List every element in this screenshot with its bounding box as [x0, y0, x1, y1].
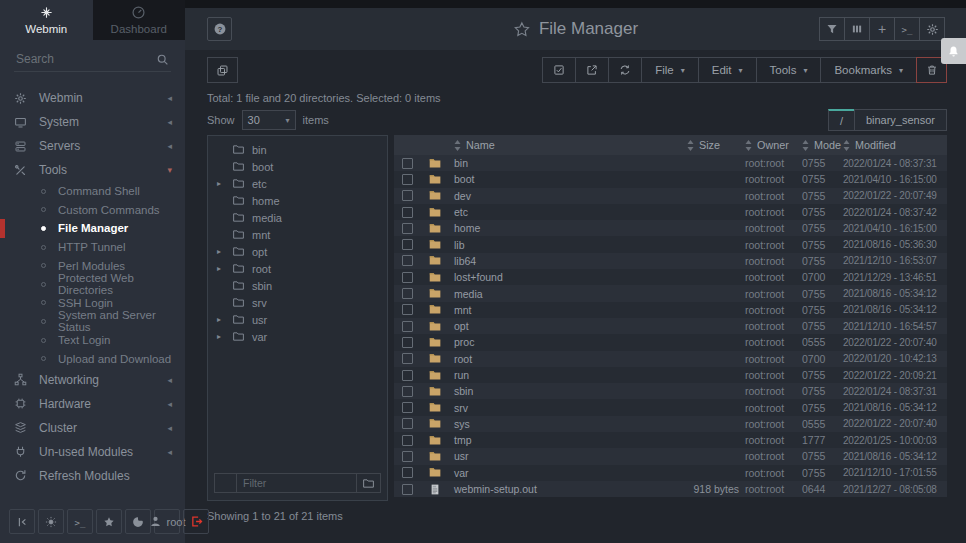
row-checkbox[interactable]	[402, 484, 413, 495]
menu-bookmarks[interactable]: Bookmarks ▾	[820, 57, 917, 83]
row-mnt[interactable]: mnt root:root 0755 2021/08/16 - 05:34:12	[394, 302, 947, 318]
tree-item-mnt[interactable]: ▸ mnt	[208, 226, 387, 243]
tree-item-media[interactable]: ▸ media	[208, 209, 387, 226]
sidebar-item-servers[interactable]: Servers ◂	[0, 134, 185, 158]
tree-item-srv[interactable]: ▸ srv	[208, 294, 387, 311]
tab-dashboard[interactable]: Dashboard	[93, 0, 186, 40]
tree-item-boot[interactable]: ▸ boot	[208, 158, 387, 175]
row-checkbox[interactable]	[402, 418, 413, 429]
menu-file[interactable]: File ▾	[641, 57, 699, 83]
row-lib64[interactable]: lib64 root:root 0755 2021/12/10 - 16:53:…	[394, 253, 947, 269]
row-checkbox[interactable]	[402, 451, 413, 462]
breadcrumb-root[interactable]: /	[828, 109, 855, 131]
row-tmp[interactable]: tmp root:root 1777 2022/01/25 - 10:00:03	[394, 432, 947, 448]
sidebar-item-cluster[interactable]: Cluster ◂	[0, 416, 185, 440]
row-etc[interactable]: etc root:root 0755 2022/01/24 - 08:37:42	[394, 204, 947, 220]
footer-button-terminal[interactable]: >_	[67, 509, 93, 534]
filter-input[interactable]	[237, 474, 356, 492]
row-checkbox[interactable]	[402, 207, 413, 218]
row-checkbox[interactable]	[402, 467, 413, 478]
row-dev[interactable]: dev root:root 0755 2022/01/22 - 20:07:49	[394, 188, 947, 204]
tree-item-usr[interactable]: ▸ usr	[208, 311, 387, 328]
footer-button-palette[interactable]	[125, 509, 151, 534]
row-checkbox[interactable]	[402, 321, 413, 332]
sidebar-item-file-manager[interactable]: File Manager	[0, 219, 185, 238]
sidebar-item-networking[interactable]: Networking ◂	[0, 368, 185, 392]
menu-tools[interactable]: Tools ▾	[756, 57, 822, 83]
row-checkbox[interactable]	[402, 272, 413, 283]
toolbar-button-share[interactable]	[575, 57, 609, 83]
row-checkbox[interactable]	[402, 174, 413, 185]
footer-button-star-fill[interactable]	[96, 509, 122, 534]
sidebar-item-http-tunnel[interactable]: HTTP Tunnel	[0, 238, 185, 257]
sidebar-item-text-login[interactable]: Text Login	[0, 331, 185, 350]
menu-edit[interactable]: Edit ▾	[698, 57, 757, 83]
row-sbin[interactable]: sbin root:root 0755 2022/01/24 - 08:37:3…	[394, 383, 947, 399]
row-checkbox[interactable]	[402, 255, 413, 266]
row-opt[interactable]: opt root:root 0755 2021/12/10 - 16:54:57	[394, 318, 947, 334]
row-home[interactable]: home root:root 0755 2021/04/10 - 16:15:0…	[394, 220, 947, 236]
row-checkbox[interactable]	[402, 370, 413, 381]
help-button[interactable]: ?	[207, 17, 232, 41]
row-checkbox[interactable]	[402, 223, 413, 234]
tree-item-etc[interactable]: ▸ etc	[208, 175, 387, 192]
tree-item-root[interactable]: ▸ root	[208, 260, 387, 277]
tree-item-bin[interactable]: ▸ bin	[208, 141, 387, 158]
header-action-terminal[interactable]: >_	[894, 17, 920, 41]
filter-clear-button[interactable]	[215, 474, 237, 492]
column-header-size[interactable]: Size	[687, 139, 745, 151]
sidebar-item-system-and-server-status[interactable]: System and Server Status	[0, 312, 185, 331]
column-header-name[interactable]: Name	[450, 139, 687, 151]
row-checkbox[interactable]	[402, 353, 413, 364]
tree-item-home[interactable]: ▸ home	[208, 192, 387, 209]
row-run[interactable]: run root:root 0755 2022/01/22 - 20:09:21	[394, 367, 947, 383]
column-header-owner[interactable]: Owner	[745, 139, 802, 151]
row-var[interactable]: var root:root 0755 2021/12/10 - 17:01:55	[394, 465, 947, 481]
row-srv[interactable]: srv root:root 0755 2021/08/16 - 05:34:12	[394, 399, 947, 415]
row-checkbox[interactable]	[402, 239, 413, 250]
row-lost-found[interactable]: lost+found root:root 0700 2021/12/29 - 1…	[394, 269, 947, 285]
row-usr[interactable]: usr root:root 0755 2021/08/16 - 05:34:12	[394, 448, 947, 464]
row-sys[interactable]: sys root:root 0555 2022/01/22 - 20:07:40	[394, 416, 947, 432]
row-boot[interactable]: boot root:root 0755 2021/04/10 - 16:15:0…	[394, 171, 947, 187]
notifications-tab[interactable]	[941, 38, 966, 64]
row-root[interactable]: root root:root 0700 2022/01/20 - 10:42:1…	[394, 351, 947, 367]
breadcrumb-segment[interactable]: binary_sensor	[854, 109, 947, 131]
footer-button-logout[interactable]	[183, 509, 209, 534]
row-checkbox[interactable]	[402, 435, 413, 446]
toolbar-button-refresh-arrows[interactable]	[608, 57, 642, 83]
footer-button-root[interactable]: root	[154, 509, 180, 534]
sidebar-item-system[interactable]: System ◂	[0, 110, 185, 134]
sidebar-item-custom-commands[interactable]: Custom Commands	[0, 201, 185, 220]
tree-item-var[interactable]: ▸ var	[208, 328, 387, 345]
search-input[interactable]	[14, 49, 171, 72]
sidebar-item-webmin[interactable]: Webmin ◂	[0, 86, 185, 110]
tree-item-sbin[interactable]: ▸ sbin	[208, 277, 387, 294]
footer-button-sun[interactable]	[38, 509, 64, 534]
header-action-columns[interactable]	[844, 17, 870, 41]
row-checkbox[interactable]	[402, 304, 413, 315]
page-size-select[interactable]: 30 ▾	[242, 110, 296, 130]
row-checkbox[interactable]	[402, 158, 413, 169]
row-checkbox[interactable]	[402, 402, 413, 413]
sidebar-item-command-shell[interactable]: Command Shell	[0, 182, 185, 201]
header-action-filter[interactable]	[819, 17, 845, 41]
sidebar-item-un-used-modules[interactable]: Un-used Modules ◂	[0, 440, 185, 464]
sidebar-item-tools[interactable]: Tools ▾	[0, 158, 185, 182]
header-action-gear[interactable]	[919, 17, 945, 41]
tree-item-opt[interactable]: ▸ opt	[208, 243, 387, 260]
sidebar-item-upload-and-download[interactable]: Upload and Download	[0, 349, 185, 368]
row-proc[interactable]: proc root:root 0555 2022/01/22 - 20:07:4…	[394, 334, 947, 350]
sidebar-item-refresh-modules[interactable]: Refresh Modules	[0, 464, 185, 488]
footer-button-collapse[interactable]	[9, 509, 35, 534]
column-header-modified[interactable]: Modified	[843, 139, 947, 151]
header-action-plus[interactable]: +	[869, 17, 895, 41]
column-header-mode[interactable]: Mode	[802, 139, 843, 151]
row-media[interactable]: media root:root 0755 2021/08/16 - 05:34:…	[394, 285, 947, 301]
favorite-star-button[interactable]	[513, 21, 530, 38]
row-checkbox[interactable]	[402, 288, 413, 299]
row-webmin-setup-out[interactable]: webmin-setup.out 918 bytes root:root 064…	[394, 481, 947, 497]
tab-webmin[interactable]: Webmin	[0, 0, 93, 40]
filter-folder-button[interactable]	[356, 474, 380, 492]
row-checkbox[interactable]	[402, 337, 413, 348]
